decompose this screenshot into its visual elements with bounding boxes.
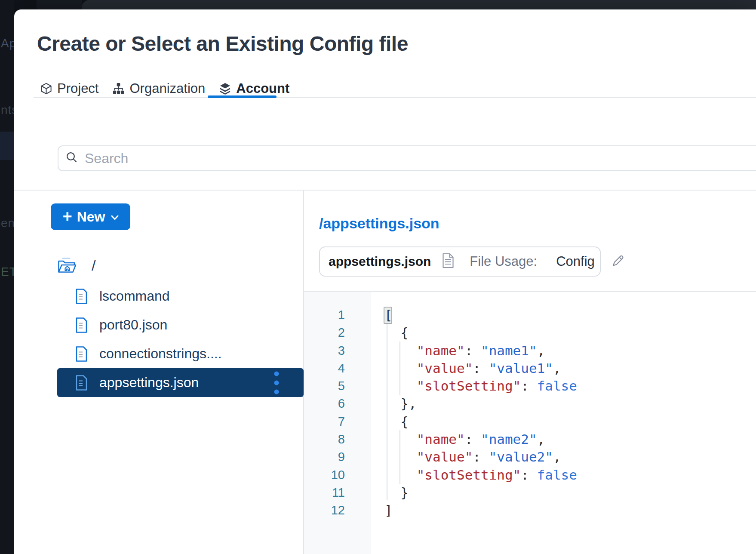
file-list: lscommandport80.jsonconnectionstrings...…: [57, 282, 304, 397]
tree-root-folder[interactable]: /: [57, 255, 95, 276]
tree-file-row[interactable]: connectionstrings....: [57, 339, 304, 368]
tab-project[interactable]: Project: [40, 81, 98, 96]
document-icon: [442, 253, 454, 270]
new-button[interactable]: + New: [51, 203, 130, 230]
line-number: 4: [304, 360, 345, 377]
code-panel-border: [303, 291, 756, 292]
file-bar-filename: appsettings.json: [329, 254, 431, 269]
line-number: 1: [304, 306, 345, 324]
tree-file-row[interactable]: lscommand: [57, 282, 304, 311]
tab-organization[interactable]: Organization: [112, 81, 205, 96]
tree-root-label: /: [92, 257, 95, 274]
edit-pencil-icon[interactable]: [611, 254, 625, 269]
tab-project-label: Project: [57, 81, 98, 96]
file-icon: [75, 317, 88, 333]
tree-file-label: port80.json: [99, 317, 167, 333]
page-title: Create or Select an Existing Config file: [37, 32, 408, 55]
backdrop-clipped-text: Api: [1, 37, 14, 50]
file-icon: [75, 288, 88, 305]
tree-file-row[interactable]: appsettings.json: [57, 368, 304, 397]
line-number: 12: [304, 502, 345, 519]
tree-file-label: connectionstrings....: [99, 346, 222, 362]
backdrop-sidebar-strip: ApintsentsET: [0, 0, 14, 554]
tabs-divider: [34, 97, 756, 98]
new-button-label: New: [77, 209, 105, 225]
plus-icon: +: [63, 208, 72, 225]
line-number: 6: [304, 395, 345, 412]
tree-file-label: lscommand: [99, 288, 170, 304]
backdrop-sidebar-highlight: [0, 132, 14, 160]
chevron-down-icon: [111, 215, 119, 220]
tab-organization-label: Organization: [129, 81, 205, 96]
tab-account[interactable]: Account: [219, 81, 289, 96]
code-content[interactable]: [ { "name": "name1", "value": "value1", …: [384, 306, 577, 520]
config-file-modal: Create or Select an Existing Config file…: [14, 9, 756, 554]
line-number: 10: [304, 466, 345, 484]
backdrop-clipped-text: ET: [1, 265, 14, 279]
file-usage-label: File Usage:: [470, 254, 537, 269]
section-divider: [14, 190, 756, 191]
line-number: 9: [304, 448, 345, 466]
screen: ApintsentsET Create or Select an Existin…: [0, 0, 756, 554]
line-number: 7: [304, 413, 345, 431]
search-icon: [58, 151, 78, 165]
line-number: 11: [304, 484, 345, 502]
file-path-link[interactable]: /appsettings.json: [319, 215, 439, 232]
open-folder-home-icon: [57, 257, 77, 274]
line-number: 2: [304, 324, 345, 342]
org-chart-icon: [112, 82, 125, 95]
tree-file-label: appsettings.json: [99, 375, 199, 391]
file-usage-bar: appsettings.json File Usage: Config: [319, 246, 601, 277]
search-box: [58, 145, 756, 171]
backdrop-clipped-text: nts: [1, 103, 14, 117]
tab-account-label: Account: [236, 81, 289, 96]
tree-file-row[interactable]: port80.json: [57, 311, 304, 339]
cube-icon: [40, 82, 52, 95]
backdrop-clipped-text: ents: [1, 216, 14, 230]
line-numbers: 123456789101112: [304, 306, 345, 520]
file-icon: [75, 346, 88, 362]
file-usage-value: Config: [556, 254, 595, 269]
kebab-menu-icon[interactable]: [274, 371, 279, 394]
active-tab-indicator: [208, 95, 277, 98]
line-number: 8: [304, 431, 345, 448]
line-number: 5: [304, 377, 345, 395]
file-icon: [75, 375, 88, 391]
line-number: 3: [304, 342, 345, 360]
layers-icon: [219, 82, 231, 95]
search-input[interactable]: [85, 151, 687, 166]
